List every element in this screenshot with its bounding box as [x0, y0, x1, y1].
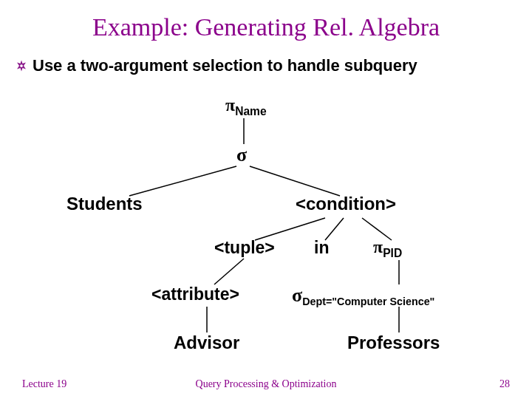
svg-point-0	[20, 64, 23, 67]
node-sigma: σ	[236, 144, 247, 166]
node-professors: Professors	[347, 332, 440, 353]
svg-line-3	[250, 166, 340, 196]
node-sigma-dept: σDept="Computer Science"	[292, 284, 434, 307]
node-pi-name: πName	[225, 95, 267, 118]
svg-line-5	[325, 218, 344, 240]
footer-center: Query Processing & Optimization	[0, 378, 532, 390]
node-pi-pid: πPID	[373, 236, 402, 260]
bullet-text: Use a two-argument selection to handle s…	[33, 55, 505, 76]
footer-right: 28	[499, 378, 510, 390]
node-in: in	[314, 238, 329, 258]
node-condition: <condition>	[296, 194, 396, 214]
slide-title: Example: Generating Rel. Algebra	[0, 13, 532, 41]
node-students: Students	[66, 194, 143, 214]
svg-line-2	[129, 166, 236, 196]
node-attribute: <attribute>	[151, 284, 239, 304]
svg-line-7	[214, 259, 244, 284]
node-tuple: <tuple>	[214, 238, 275, 258]
svg-line-4	[255, 218, 325, 240]
node-advisor: Advisor	[174, 332, 239, 353]
bullet-icon	[15, 59, 28, 72]
